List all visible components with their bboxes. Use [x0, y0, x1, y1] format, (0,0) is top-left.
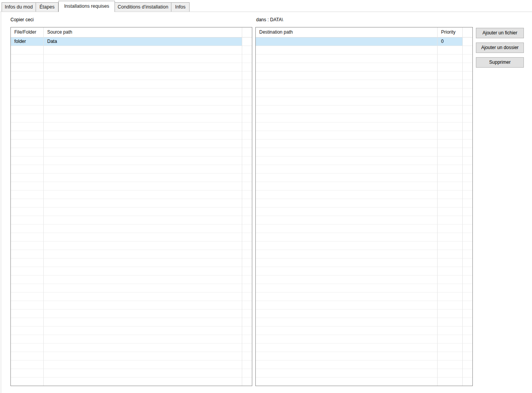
tab-installations-requises[interactable]: Installations requises	[58, 1, 115, 12]
header-destination-path[interactable]: Destination path	[256, 27, 438, 37]
source-table-body: folder Data	[11, 37, 252, 386]
destination-table-body: 0	[256, 37, 472, 386]
destination-label: dans : DATA\	[256, 17, 283, 22]
row-filler-cell	[242, 37, 252, 46]
source-table-row[interactable]: folder Data	[11, 37, 252, 46]
column-divider	[462, 27, 463, 386]
destination-table-row[interactable]: 0	[256, 37, 472, 46]
source-path-cell[interactable]: Data	[44, 37, 242, 46]
column-divider	[437, 27, 438, 386]
copy-source-label: Copier ceci	[10, 17, 34, 22]
tab-etapes[interactable]: Étapes	[36, 2, 58, 12]
header-source-path[interactable]: Source path	[44, 27, 242, 37]
row-filler-cell	[463, 37, 472, 46]
destination-path-cell[interactable]	[256, 37, 438, 46]
header-filler	[242, 27, 252, 37]
delete-button[interactable]: Supprimer	[476, 57, 524, 68]
tab-conditions-installation[interactable]: Conditions d'installation	[115, 2, 171, 12]
add-folder-button[interactable]: Ajouter un dossier	[476, 43, 524, 53]
priority-cell[interactable]: 0	[438, 37, 463, 46]
column-divider	[43, 27, 44, 386]
destination-table-header: Destination path Priority	[256, 27, 472, 37]
header-file-folder[interactable]: File/Folder	[11, 27, 44, 37]
header-filler	[463, 27, 472, 37]
source-files-table: File/Folder Source path folder Data	[10, 27, 252, 386]
tab-infos[interactable]: Infos	[171, 2, 190, 12]
tab-page-border	[1, 12, 1, 393]
mod-installer-window: Infos du mod Étapes Installations requis…	[0, 0, 532, 393]
destination-table: Destination path Priority 0	[255, 27, 473, 386]
add-file-button[interactable]: Ajouter un fichier	[476, 28, 524, 38]
column-divider	[242, 27, 242, 386]
source-table-header: File/Folder Source path	[11, 27, 252, 37]
tab-infos-du-mod[interactable]: Infos du mod	[2, 2, 36, 12]
file-folder-cell[interactable]: folder	[11, 37, 44, 46]
header-priority[interactable]: Priority	[438, 27, 463, 37]
